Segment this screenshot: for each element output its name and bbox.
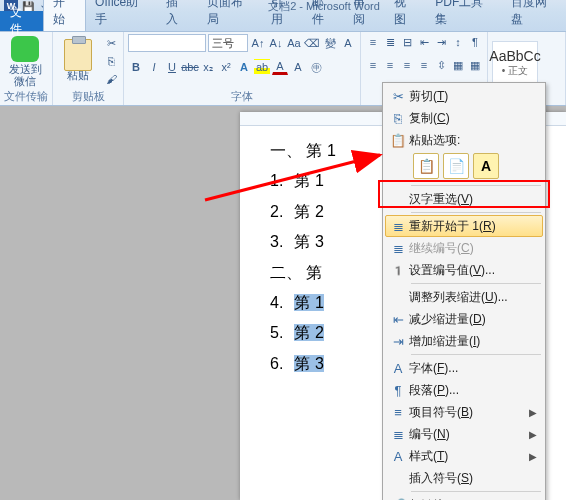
paste-options: 📋 📄 A	[385, 151, 543, 183]
ctx-cut[interactable]: ✂ 剪切(T)	[385, 85, 543, 107]
clipboard-icon: 📋	[387, 130, 409, 150]
tab-pdf[interactable]: PDF工具集	[426, 0, 502, 31]
separator	[411, 491, 541, 492]
show-marks-icon[interactable]: ¶	[467, 34, 483, 50]
separator	[411, 185, 541, 186]
chevron-right-icon: ▶	[529, 407, 537, 418]
ctx-decrease-indent[interactable]: ⇤ 减少缩进量(D)	[385, 308, 543, 330]
subscript-icon[interactable]: x₂	[200, 59, 216, 75]
context-menu: ✂ 剪切(T) ⎘ 复制(C) 📋 粘贴选项: 📋 📄 A 汉字重选(V) ≣ …	[382, 82, 546, 500]
tab-mail[interactable]: 邮件	[303, 0, 344, 31]
separator	[411, 354, 541, 355]
shading-icon[interactable]: ▦	[450, 57, 466, 73]
separator	[411, 212, 541, 213]
bold-icon[interactable]: B	[128, 59, 144, 75]
ctx-font[interactable]: A 字体(F)...	[385, 357, 543, 379]
copy-icon: ⎘	[387, 108, 409, 128]
group-file-transfer: 发送到微信 文件传输	[0, 32, 53, 105]
char-border-icon[interactable]: A	[340, 35, 356, 51]
styles-icon: A	[387, 446, 409, 466]
cut-icon[interactable]: ✂	[103, 35, 119, 51]
chevron-right-icon: ▶	[529, 451, 537, 462]
font-icon: A	[387, 358, 409, 378]
highlight-icon[interactable]: ab	[254, 59, 270, 75]
clipboard-icon	[64, 39, 92, 71]
paragraph-icon: ¶	[387, 380, 409, 400]
set-value-icon: 1️	[387, 260, 409, 280]
align-right-icon[interactable]: ≡	[399, 57, 415, 73]
tab-office[interactable]: Office助手	[86, 0, 157, 31]
hyperlink-icon: 🔗	[387, 495, 409, 500]
align-center-icon[interactable]: ≡	[382, 57, 398, 73]
tab-review[interactable]: 审阅	[344, 0, 385, 31]
clear-format-icon[interactable]: ⌫	[304, 35, 320, 51]
tab-insert[interactable]: 插入	[157, 0, 198, 31]
underline-icon[interactable]: U	[164, 59, 180, 75]
strike-icon[interactable]: abc	[182, 59, 198, 75]
ctx-styles[interactable]: A 样式(T) ▶	[385, 445, 543, 467]
inc-indent-icon[interactable]: ⇥	[433, 34, 449, 50]
dec-indent-icon: ⇤	[387, 309, 409, 329]
grow-font-icon[interactable]: A↑	[250, 35, 266, 51]
align-left-icon[interactable]: ≡	[365, 57, 381, 73]
paste-keep-source-icon[interactable]: 📋	[413, 153, 439, 179]
paste-text-only-icon[interactable]: A	[473, 153, 499, 179]
char-shading-icon[interactable]: A	[290, 59, 306, 75]
change-case-icon[interactable]: Aa	[286, 35, 302, 51]
scissors-icon: ✂	[387, 86, 409, 106]
wechat-icon	[11, 36, 39, 62]
paste-button[interactable]: 粘贴	[57, 41, 99, 81]
tab-home[interactable]: 开始	[43, 0, 86, 31]
group-font: 三号 A↑ A↓ Aa ⌫ 變 A B I U abc x₂ x² A ab A…	[124, 32, 361, 105]
ctx-hyperlink[interactable]: 🔗 超链接(I)...	[385, 494, 543, 500]
continue-numbering-icon: ≣	[387, 238, 409, 258]
tab-view[interactable]: 视图	[385, 0, 426, 31]
ctx-restart-at-1[interactable]: ≣ 重新开始于 1(R)	[385, 215, 543, 237]
dec-indent-icon[interactable]: ⇤	[416, 34, 432, 50]
ctx-copy[interactable]: ⎘ 复制(C)	[385, 107, 543, 129]
numbering-icon: ≣	[387, 424, 409, 444]
ctx-chinese-reselect[interactable]: 汉字重选(V)	[385, 188, 543, 210]
enclose-char-icon[interactable]: ㊥	[308, 59, 324, 75]
ctx-adjust-list-indent[interactable]: 调整列表缩进(U)...	[385, 286, 543, 308]
italic-icon[interactable]: I	[146, 59, 162, 75]
separator	[411, 283, 541, 284]
justify-icon[interactable]: ≡	[416, 57, 432, 73]
tab-layout[interactable]: 页面布局	[198, 0, 262, 31]
line-spacing-icon[interactable]: ⇳	[433, 57, 449, 73]
group-clipboard: 粘贴 ✂ ⎘ 🖌 剪贴板	[53, 32, 124, 105]
inc-indent-icon: ⇥	[387, 331, 409, 351]
chevron-right-icon: ▶	[529, 429, 537, 440]
ctx-increase-indent[interactable]: ⇥ 增加缩进量(I)	[385, 330, 543, 352]
gutter	[0, 106, 240, 500]
bullets-icon[interactable]: ≡	[365, 34, 381, 50]
tab-file[interactable]: 文件	[0, 11, 43, 31]
numbering-icon[interactable]: ≣	[382, 34, 398, 50]
format-painter-icon[interactable]: 🖌	[103, 71, 119, 87]
send-to-wechat-button[interactable]: 发送到微信	[4, 35, 46, 87]
ctx-numbering[interactable]: ≣ 编号(N) ▶	[385, 423, 543, 445]
copy-icon[interactable]: ⎘	[103, 53, 119, 69]
ctx-set-numbering-value[interactable]: 1️ 设置编号值(V)...	[385, 259, 543, 281]
ctx-paragraph[interactable]: ¶ 段落(P)...	[385, 379, 543, 401]
superscript-icon[interactable]: x²	[218, 59, 234, 75]
borders-icon[interactable]: ▦	[467, 57, 483, 73]
tab-baidu[interactable]: 百度网盘	[502, 0, 566, 31]
ctx-paste-label: 📋 粘贴选项:	[385, 129, 543, 151]
sort-icon[interactable]: ↕	[450, 34, 466, 50]
bullets-icon: ≡	[387, 402, 409, 422]
font-size-combo[interactable]: 三号	[208, 34, 248, 52]
ctx-bullets[interactable]: ≡ 项目符号(B) ▶	[385, 401, 543, 423]
tab-references[interactable]: 引用	[262, 0, 303, 31]
ctx-continue-numbering: ≣ 继续编号(C)	[385, 237, 543, 259]
ctx-insert-symbol[interactable]: 插入符号(S)	[385, 467, 543, 489]
paste-merge-icon[interactable]: 📄	[443, 153, 469, 179]
text-effect-icon[interactable]: A	[236, 59, 252, 75]
ribbon-tabs: 文件 开始 Office助手 插入 页面布局 引用 邮件 审阅 视图 PDF工具…	[0, 12, 566, 32]
font-color-icon[interactable]: A	[272, 59, 288, 75]
font-name-combo[interactable]	[128, 34, 206, 52]
multilevel-icon[interactable]: ⊟	[399, 34, 415, 50]
style-normal[interactable]: AaBbCc • 正文	[492, 41, 538, 85]
phonetic-icon[interactable]: 變	[322, 35, 338, 51]
shrink-font-icon[interactable]: A↓	[268, 35, 284, 51]
